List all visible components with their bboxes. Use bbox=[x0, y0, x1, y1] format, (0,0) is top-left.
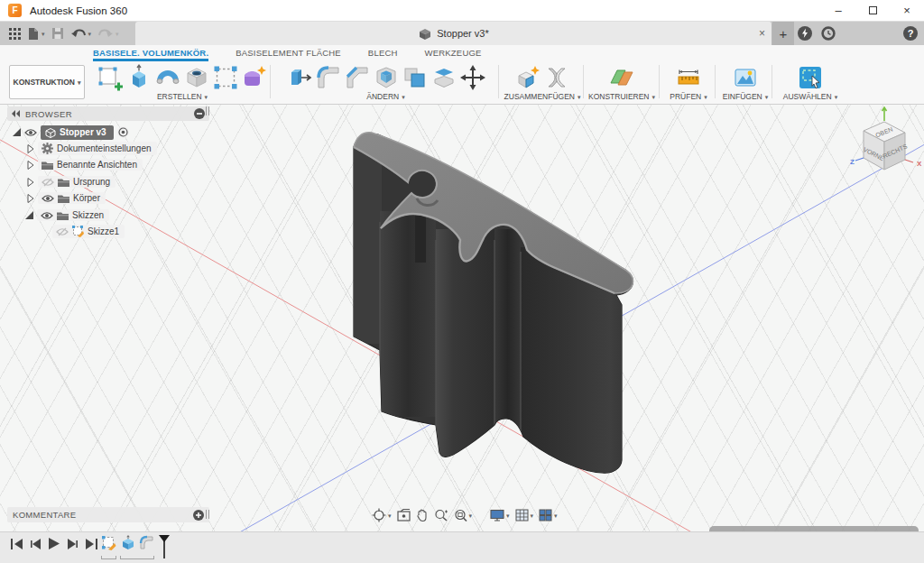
zoom-button[interactable] bbox=[434, 509, 448, 521]
root-node-chip[interactable]: Stopper v3 bbox=[41, 125, 114, 140]
browser-panel-grip[interactable] bbox=[206, 106, 209, 115]
revolve-icon[interactable] bbox=[154, 64, 181, 91]
maximize-button[interactable] bbox=[855, 0, 890, 21]
tab-werkzeuge[interactable]: WERKZEUGE bbox=[425, 48, 482, 61]
pan-button[interactable] bbox=[416, 509, 429, 522]
pruefen-dropdown[interactable]: PRÜFEN▾ bbox=[670, 92, 707, 101]
browser-collapse-icon[interactable] bbox=[194, 108, 205, 119]
eye-off-icon[interactable] bbox=[42, 178, 54, 187]
grid-settings-button[interactable]: ▾ bbox=[515, 509, 534, 521]
extrude-icon[interactable] bbox=[125, 64, 152, 91]
comments-expand-icon[interactable] bbox=[193, 510, 204, 521]
einfuegen-dropdown[interactable]: EINFÜGEN▾ bbox=[723, 92, 768, 101]
browser-row-root[interactable]: Stopper v3 bbox=[13, 125, 129, 139]
collapsed-triangle-icon[interactable] bbox=[27, 161, 34, 170]
timeline-sketch-feature[interactable] bbox=[101, 535, 116, 550]
undo-button[interactable]: ▾ bbox=[70, 28, 92, 40]
folder-icon bbox=[58, 178, 69, 187]
timeline-playhead[interactable] bbox=[158, 535, 171, 558]
zusammenfuegen-caret: ▾ bbox=[578, 94, 581, 100]
timeline-group-bracket bbox=[120, 556, 154, 559]
expand-triangle-icon[interactable] bbox=[13, 128, 21, 136]
activate-component-radio[interactable] bbox=[117, 126, 129, 138]
document-tab-close[interactable]: × bbox=[759, 22, 765, 45]
collapsed-triangle-icon[interactable] bbox=[27, 144, 34, 153]
browser-row-skizze1[interactable]: Skizze1 bbox=[52, 225, 125, 238]
timeline-fillet-feature[interactable] bbox=[139, 535, 154, 550]
new-component-icon[interactable] bbox=[514, 64, 541, 91]
tree-item-chip: Skizze1 bbox=[52, 225, 125, 238]
minimize-button[interactable]: – bbox=[821, 0, 855, 21]
create-sketch-icon[interactable] bbox=[97, 64, 124, 91]
group-erstellen: ERSTELLEN▾ bbox=[93, 63, 272, 103]
ribbon-toolbar: KONSTRUKTION▾ ERSTELLEN▾ ÄNDERN▾ bbox=[0, 61, 924, 105]
tab-basiselement-flaeche[interactable]: BASISELEMENT FLÄCHE bbox=[236, 48, 341, 61]
construction-plane-icon[interactable] bbox=[608, 64, 635, 91]
tab-blech[interactable]: BLECH bbox=[368, 48, 398, 61]
viewcube[interactable]: OBEN VORNE RECHTS Z X bbox=[841, 106, 924, 189]
browser-row-ursprung[interactable]: Ursprung bbox=[27, 175, 116, 189]
timeline-group-bracket bbox=[101, 556, 116, 559]
extensions-button[interactable] bbox=[798, 26, 812, 41]
viewports-button[interactable]: ▾ bbox=[539, 509, 558, 521]
file-menu-button[interactable]: ▾ bbox=[27, 27, 45, 41]
chamfer-icon[interactable] bbox=[344, 64, 371, 91]
save-button[interactable] bbox=[51, 27, 64, 40]
move-icon[interactable] bbox=[459, 64, 486, 91]
joint-icon[interactable] bbox=[543, 64, 570, 91]
go-to-end-button[interactable] bbox=[86, 539, 97, 549]
rectangular-pattern-icon[interactable] bbox=[212, 64, 239, 91]
browser-row-skizzen[interactable]: Skizzen bbox=[25, 208, 109, 222]
x-axis-tick bbox=[905, 160, 913, 162]
orbit-button[interactable]: ▾ bbox=[372, 508, 392, 522]
browser-header[interactable]: BROWSER bbox=[7, 106, 209, 121]
fillet-icon[interactable] bbox=[315, 64, 342, 91]
close-button[interactable]: × bbox=[890, 0, 924, 21]
job-status-clock-button[interactable] bbox=[821, 26, 836, 41]
browser-row-dokumenteinstellungen[interactable]: Dokumenteinstellungen bbox=[27, 142, 157, 155]
expand-triangle-icon[interactable] bbox=[25, 211, 33, 219]
app-grid-button[interactable] bbox=[9, 28, 21, 40]
browser-row-benannte-ansichten[interactable]: Benannte Ansichten bbox=[27, 158, 143, 171]
document-tab[interactable]: Stopper v3* × bbox=[135, 22, 772, 45]
konstruktion-dropdown-button[interactable]: KONSTRUKTION▾ bbox=[9, 65, 85, 99]
model-3d[interactable] bbox=[350, 132, 633, 475]
3d-viewport[interactable]: BROWSER Stopper v3 Dokumenteinstellungen… bbox=[0, 105, 924, 563]
collapsed-triangle-icon[interactable] bbox=[27, 178, 34, 187]
new-document-tab-button[interactable]: + bbox=[772, 22, 794, 45]
combine-icon[interactable] bbox=[402, 64, 429, 91]
go-to-start-button[interactable] bbox=[11, 539, 23, 549]
insert-image-icon[interactable] bbox=[732, 64, 759, 91]
step-forward-button[interactable] bbox=[68, 539, 78, 549]
redo-button[interactable]: ▾ bbox=[97, 28, 119, 40]
aendern-dropdown[interactable]: ÄNDERN▾ bbox=[366, 92, 404, 101]
step-back-button[interactable] bbox=[31, 539, 41, 549]
comments-panel[interactable]: KOMMENTARE bbox=[7, 507, 209, 522]
konstruieren-dropdown[interactable]: KONSTRUIEREN▾ bbox=[588, 92, 655, 101]
shell-icon[interactable] bbox=[373, 64, 400, 91]
timeline-extrude-feature[interactable] bbox=[120, 535, 135, 550]
eye-icon[interactable] bbox=[24, 128, 37, 137]
create-form-icon[interactable] bbox=[241, 64, 268, 91]
display-settings-button[interactable]: ▾ bbox=[490, 509, 510, 521]
zoom-window-button[interactable]: ▾ bbox=[454, 509, 473, 521]
collapsed-triangle-icon[interactable] bbox=[27, 194, 34, 203]
help-button[interactable]: ? bbox=[903, 26, 918, 41]
tab-basisele-volumenkoer[interactable]: BASISELE. VOLUMENKÖR. bbox=[93, 48, 208, 61]
eye-icon[interactable] bbox=[41, 211, 53, 220]
press-pull-icon[interactable] bbox=[286, 64, 313, 91]
erstellen-dropdown[interactable]: ERSTELLEN▾ bbox=[157, 92, 208, 101]
eye-icon[interactable] bbox=[42, 194, 54, 203]
measure-icon[interactable] bbox=[675, 64, 702, 91]
select-icon[interactable] bbox=[797, 64, 824, 91]
look-at-button[interactable] bbox=[397, 509, 411, 521]
browser-row-koerper[interactable]: Körper bbox=[27, 191, 106, 205]
play-button[interactable] bbox=[49, 538, 60, 549]
eye-off-icon[interactable] bbox=[56, 227, 69, 236]
auswaehlen-dropdown[interactable]: AUSWÄHLEN▾ bbox=[783, 92, 837, 101]
comments-panel-grip[interactable] bbox=[206, 510, 209, 519]
hole-icon[interactable] bbox=[183, 64, 210, 91]
split-body-icon[interactable] bbox=[430, 64, 457, 91]
folder-icon bbox=[57, 211, 69, 220]
zusammenfuegen-dropdown[interactable]: ZUSAMMENFÜGEN▾ bbox=[504, 92, 581, 101]
